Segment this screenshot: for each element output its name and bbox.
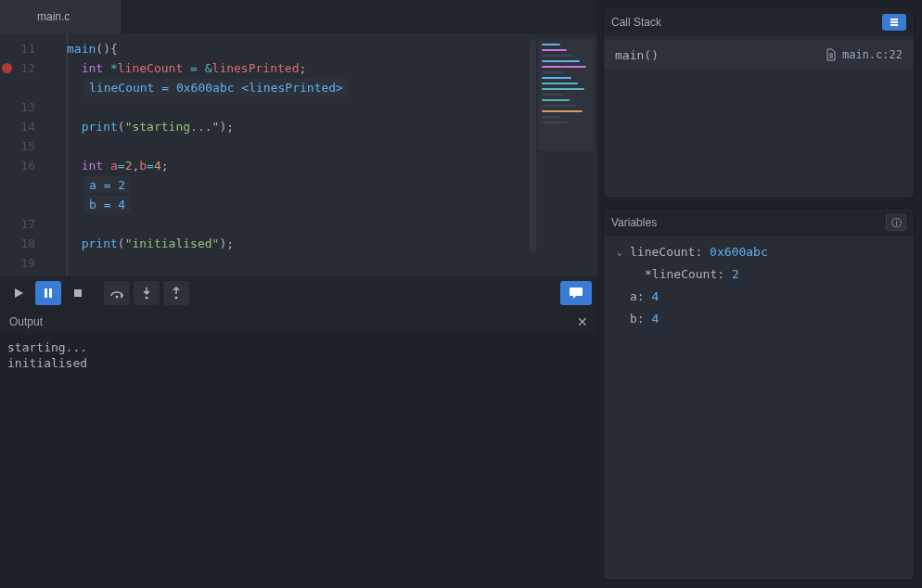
variables-body: ⌄lineCount: 0x600abc *lineCount: 2a: 4b:… (604, 236, 914, 580)
step-out-button[interactable] (163, 281, 189, 305)
minimap-line (542, 94, 563, 96)
svg-rect-0 (45, 288, 47, 298)
info-icon[interactable]: ⓘ (886, 214, 906, 231)
minimap-line (542, 83, 578, 84)
svg-point-3 (116, 296, 119, 299)
minimap-line (542, 55, 573, 57)
debug-toolbar (0, 276, 597, 310)
variable-value: 2 (732, 267, 739, 281)
stack-frame[interactable]: main()main.c:22 (604, 40, 914, 70)
inline-hint-text: a = 2 (83, 176, 131, 194)
code-line[interactable]: print("initialised"); (46, 234, 597, 253)
variable-row[interactable]: a: 4 (604, 285, 914, 307)
chevron-down-icon[interactable]: ⌄ (617, 247, 626, 257)
code-line[interactable] (46, 97, 597, 117)
callstack-action-button[interactable] (882, 14, 906, 31)
stack-frame-fn: main() (615, 48, 659, 62)
tab-filename: main.c (37, 10, 70, 23)
gutter-line[interactable]: 16 (0, 156, 46, 175)
close-icon[interactable]: ✕ (577, 314, 588, 329)
gutter-line[interactable]: 11 (0, 39, 46, 58)
tab-bar: main.c (0, 0, 597, 33)
code-line[interactable]: int a=2,b=4; (46, 156, 597, 175)
code-line[interactable]: int *lineCount = &linesPrinted; (46, 58, 597, 78)
variables-title: Variables (611, 216, 657, 229)
step-into-button[interactable] (134, 281, 160, 305)
stack-frame-location: main.c:22 (826, 48, 903, 61)
stop-button[interactable] (65, 281, 91, 305)
minimap-line (542, 88, 584, 90)
minimap[interactable] (538, 39, 594, 150)
variable-row[interactable]: ⌄lineCount: 0x600abc (604, 240, 914, 262)
gutter-line[interactable]: 18 (0, 234, 46, 253)
gutter-line[interactable] (0, 175, 46, 195)
callstack-title: Call Stack (611, 16, 661, 29)
variables-panel: Variables ⓘ ⌄lineCount: 0x600abc *lineCo… (603, 208, 915, 581)
minimap-line (542, 66, 586, 68)
gutter: 1112131415161718192021222324 (0, 33, 46, 276)
gutter-line[interactable]: 19 (0, 253, 46, 273)
variable-row[interactable]: *lineCount: 2 (604, 262, 914, 285)
code-line[interactable] (46, 214, 597, 234)
gutter-line[interactable] (0, 195, 46, 214)
code-line[interactable] (46, 136, 597, 156)
inline-value-hint[interactable]: lineCount = 0x600abc <linesPrinted> (46, 78, 597, 97)
gutter-line[interactable]: 13 (0, 97, 46, 117)
gutter-line[interactable]: 20 (0, 273, 46, 276)
inline-value-hint[interactable]: b = 4 (46, 195, 597, 214)
code-area[interactable]: main(){ int *lineCount = &linesPrinted;l… (46, 33, 597, 276)
file-icon (826, 48, 837, 61)
callstack-header: Call Stack (604, 8, 914, 36)
minimap-line (542, 99, 570, 101)
svg-point-4 (146, 297, 148, 300)
editor[interactable]: 1112131415161718192021222324 main(){ int… (0, 33, 597, 276)
variable-name: *lineCount: (645, 267, 732, 281)
gutter-line[interactable]: 17 (0, 214, 46, 234)
variable-address: 0x600abc (710, 245, 775, 259)
gutter-line[interactable]: 14 (0, 117, 46, 136)
inline-value-hint[interactable]: a = 2 (46, 175, 597, 195)
minimap-line (542, 121, 568, 123)
output-title: Output (9, 315, 43, 328)
inline-hint-text: b = 4 (83, 196, 131, 213)
tab-main-c[interactable]: main.c (0, 0, 122, 33)
variable-value: 4 (651, 289, 659, 303)
output-body[interactable]: starting... initialised (0, 334, 597, 588)
callstack-body: main()main.c:22 (604, 36, 914, 198)
minimap-line (542, 110, 583, 112)
vertical-scrollbar[interactable] (530, 39, 536, 252)
pause-button[interactable] (35, 281, 61, 305)
continue-button[interactable] (6, 281, 32, 305)
svg-rect-2 (74, 289, 82, 297)
minimap-line (542, 49, 567, 51)
breakpoint-icon[interactable] (2, 63, 12, 73)
minimap-line (542, 116, 561, 118)
variable-name: lineCount: (630, 245, 710, 259)
variable-name: a: (630, 289, 651, 303)
output-header: Output ✕ (0, 310, 597, 334)
minimap-line (542, 77, 571, 79)
callstack-panel: Call Stack main()main.c:22 (603, 7, 915, 198)
variable-value: 4 (651, 312, 659, 326)
code-line[interactable]: print("starting..."); (46, 117, 597, 136)
step-over-button[interactable] (104, 281, 130, 305)
variables-header: Variables ⓘ (604, 209, 914, 236)
variable-name: b: (630, 312, 651, 326)
gutter-line[interactable]: 12 (0, 58, 46, 78)
minimap-line (542, 105, 576, 107)
minimap-line (542, 71, 565, 73)
gutter-line[interactable] (0, 78, 46, 97)
comment-button[interactable] (560, 281, 592, 305)
code-line[interactable]: ++a; (46, 273, 597, 276)
minimap-line (542, 60, 580, 62)
code-line[interactable] (46, 253, 597, 273)
minimap-line (542, 44, 560, 45)
gutter-line[interactable]: 15 (0, 136, 46, 156)
svg-rect-1 (49, 288, 52, 298)
variable-row[interactable]: b: 4 (604, 307, 914, 329)
svg-point-5 (175, 297, 178, 300)
inline-hint-text: lineCount = 0x600abc <linesPrinted> (83, 79, 349, 96)
code-line[interactable]: main(){ (46, 39, 597, 58)
